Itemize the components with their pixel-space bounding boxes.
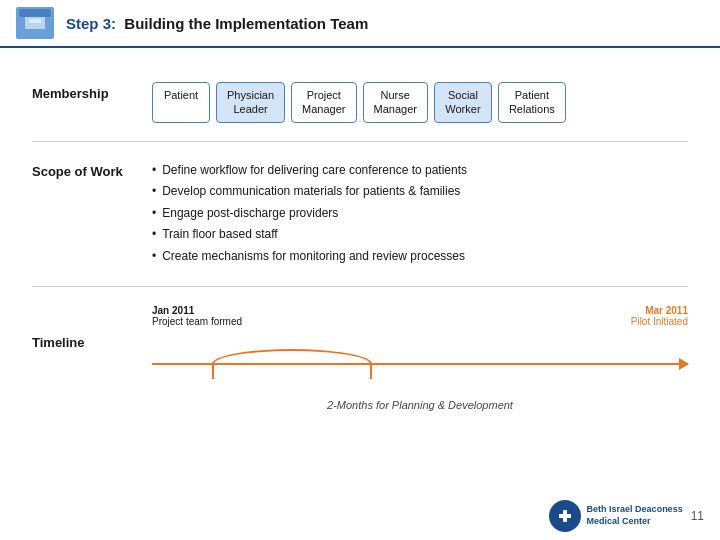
pill-patient-relations: PatientRelations	[498, 82, 566, 123]
timeline-label: Timeline	[32, 305, 152, 350]
membership-pills: Patient PhysicianLeader ProjectManager N…	[152, 82, 688, 123]
timeline-start-date: Jan 2011	[152, 305, 242, 316]
page-number: 11	[691, 509, 704, 523]
timeline-bar	[152, 345, 688, 395]
membership-section: Membership Patient PhysicianLeader Proje…	[32, 64, 688, 142]
svg-rect-3	[29, 19, 41, 23]
footer-logo: Beth Israel DeaconessMedical Center	[549, 500, 683, 532]
timeline-row: Timeline Jan 2011 Project team formed Ma…	[32, 305, 688, 411]
timeline-labels: Jan 2011 Project team formed Mar 2011 Pi…	[152, 305, 688, 327]
timeline-center-label: 2-Months for Planning & Development	[152, 399, 688, 411]
header-title-text: Building the Implementation Team	[124, 15, 368, 32]
scope-bullet-3: •Engage post-discharge providers	[152, 203, 688, 225]
timeline-section: Timeline Jan 2011 Project team formed Ma…	[32, 287, 688, 429]
svg-rect-1	[19, 9, 51, 17]
scope-bullet-5: •Create mechanisms for monitoring and re…	[152, 246, 688, 268]
scope-bullet-4: •Train floor based staff	[152, 224, 688, 246]
footer-logo-icon	[549, 500, 581, 532]
timeline-arrow	[152, 363, 688, 365]
footer-logo-text: Beth Israel DeaconessMedical Center	[587, 504, 683, 527]
svg-rect-6	[559, 514, 571, 518]
scope-bullet-2: •Develop communication materials for pat…	[152, 181, 688, 203]
scope-section: Scope of Work •Define workflow for deliv…	[32, 142, 688, 287]
membership-content: Patient PhysicianLeader ProjectManager N…	[152, 82, 688, 123]
step-label: Step 3:	[66, 15, 116, 32]
pill-social-worker: SocialWorker	[434, 82, 492, 123]
scope-bullet-1: •Define workflow for delivering care con…	[152, 160, 688, 182]
header-icon	[16, 7, 54, 39]
header-title: Step 3: Building the Implementation Team	[66, 15, 368, 32]
scope-content: •Define workflow for delivering care con…	[152, 160, 688, 268]
timeline-content: Jan 2011 Project team formed Mar 2011 Pi…	[152, 305, 688, 411]
pill-physician-leader: PhysicianLeader	[216, 82, 285, 123]
scope-bullets: •Define workflow for delivering care con…	[152, 160, 688, 268]
membership-label: Membership	[32, 82, 152, 101]
timeline-end-desc: Pilot Initiated	[631, 316, 688, 327]
timeline-start-desc: Project team formed	[152, 316, 242, 327]
header: Step 3: Building the Implementation Team	[0, 0, 720, 48]
timeline-end-date: Mar 2011	[631, 305, 688, 316]
footer: Beth Israel DeaconessMedical Center 11	[549, 500, 704, 532]
scope-label: Scope of Work	[32, 160, 152, 179]
pill-project-manager: ProjectManager	[291, 82, 356, 123]
pill-nurse-manager: NurseManager	[363, 82, 428, 123]
timeline-start: Jan 2011 Project team formed	[152, 305, 242, 327]
timeline-end: Mar 2011 Pilot Initiated	[631, 305, 688, 327]
main-content: Membership Patient PhysicianLeader Proje…	[0, 48, 720, 445]
pill-patient: Patient	[152, 82, 210, 123]
